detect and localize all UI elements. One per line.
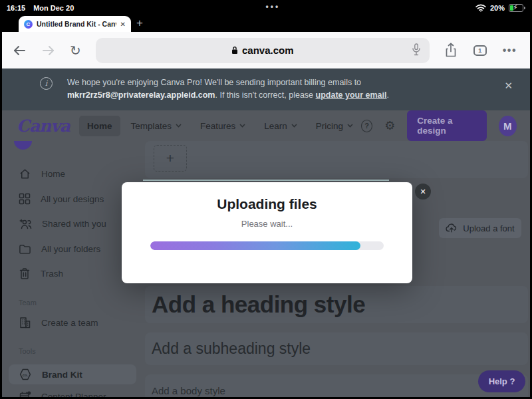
billing-banner: i We hope you're enjoying Canva Pro! We'… <box>2 68 530 110</box>
add-heading-style-row[interactable]: Add a heading style <box>145 286 528 323</box>
palette-card: + <box>145 141 528 178</box>
new-tab-button[interactable]: + <box>136 17 143 30</box>
multitask-dots-icon: ••• <box>266 2 281 11</box>
gear-icon[interactable]: ⚙ <box>384 120 395 132</box>
main-nav: Home Templates Features Learn Pricing <box>79 116 361 136</box>
battery-charging-icon: ⚡ <box>509 4 525 12</box>
cloud-upload-icon <box>446 223 458 233</box>
help-button[interactable]: Help ? <box>478 370 525 392</box>
status-bar: 16:15 Mon Dec 20 ••• 20% ⚡ <box>0 0 532 16</box>
upload-progress-bar <box>150 241 384 250</box>
nav-features[interactable]: Features <box>192 116 253 136</box>
help-icon[interactable]: ? <box>361 120 372 132</box>
add-subheading-style-row[interactable]: Add a subheading style <box>145 332 528 365</box>
home-icon <box>19 168 31 180</box>
focused-field-edge <box>143 180 389 181</box>
update-email-link[interactable]: update your email <box>316 90 387 100</box>
upload-font-button[interactable]: Upload a font <box>439 218 521 238</box>
chevron-down-icon <box>239 124 245 128</box>
sidebar-item-content-planner[interactable]: Content Planner <box>2 384 143 397</box>
url-text: canva.com <box>242 45 294 56</box>
address-bar[interactable]: canva.com <box>96 38 430 63</box>
more-menu-button[interactable]: ••• <box>503 45 517 57</box>
designs-grid-icon <box>19 193 31 205</box>
ipad-screen: 16:15 Mon Dec 20 ••• 20% ⚡ C Untitled Br… <box>0 0 532 399</box>
canva-logo[interactable]: Canva <box>17 116 70 136</box>
brand-kit-hex-icon: co. <box>19 368 32 381</box>
clock: 16:15 <box>7 4 25 12</box>
forward-button[interactable] <box>42 45 55 57</box>
trash-icon <box>19 267 31 280</box>
battery-percent: 20% <box>490 4 505 12</box>
tab-close-icon[interactable]: ✕ <box>120 21 126 28</box>
nav-learn[interactable]: Learn <box>256 116 305 136</box>
nav-pricing[interactable]: Pricing <box>308 116 361 136</box>
add-color-tile[interactable]: + <box>154 145 187 172</box>
back-button[interactable] <box>13 45 26 57</box>
reload-button[interactable]: ↻ <box>70 44 81 57</box>
banner-email: mkrr2rz5r8@privaterelay.appleid.com <box>67 90 215 100</box>
date: Mon Dec 20 <box>33 4 74 12</box>
add-body-style-row[interactable]: Add a body style <box>145 374 528 397</box>
team-building-icon <box>19 317 31 329</box>
canva-app-dimmed: Canva Home Templates Features Learn Pric… <box>2 110 530 397</box>
upload-progress-fill <box>150 241 360 250</box>
folder-icon <box>19 243 31 255</box>
tab-title: Untitled Brand Kit - Canva <box>37 20 116 28</box>
svg-text:co.: co. <box>23 373 29 377</box>
chevron-down-icon <box>291 124 297 128</box>
tabs-button[interactable]: 1 <box>473 45 487 56</box>
banner-close-icon[interactable]: ✕ <box>504 80 513 92</box>
nav-home[interactable]: Home <box>79 116 120 136</box>
microphone-icon[interactable] <box>412 43 421 57</box>
banner-text: We hope you're enjoying Canva Pro! We'll… <box>67 76 503 110</box>
info-icon: i <box>40 77 53 90</box>
sidebar-section-tools: Tools <box>2 343 143 359</box>
uploading-files-modal: Uploading files Please wait... <box>122 182 412 283</box>
modal-title: Uploading files <box>122 196 412 212</box>
modal-subtitle: Please wait... <box>122 219 412 229</box>
browser-tab[interactable]: C Untitled Brand Kit - Canva ✕ <box>19 16 131 32</box>
sidebar-section-team: Team <box>2 295 143 311</box>
canva-favicon-icon: C <box>24 20 33 29</box>
sidebar-item-brand-kit[interactable]: co. Brand Kit <box>9 364 136 384</box>
wifi-icon <box>475 4 486 12</box>
sidebar-item-home[interactable]: Home <box>2 162 143 187</box>
safari-tab-bar: C Untitled Brand Kit - Canva ✕ + <box>0 16 532 32</box>
modal-close-button[interactable]: ✕ <box>415 184 431 200</box>
safari-toolbar: ↻ canva.com 1 ••• <box>2 32 530 68</box>
lock-icon <box>231 46 238 55</box>
canva-header: Canva Home Templates Features Learn Pric… <box>2 110 530 141</box>
chevron-down-icon <box>347 124 353 128</box>
create-design-button[interactable]: Create a design <box>407 110 486 141</box>
sidebar-item-create-a-team[interactable]: Create a team <box>2 311 143 336</box>
share-icon[interactable] <box>444 43 458 59</box>
content-planner-calendar-icon <box>19 390 31 397</box>
shared-people-icon <box>19 218 32 230</box>
nav-templates[interactable]: Templates <box>123 116 190 136</box>
avatar[interactable]: M <box>499 116 517 136</box>
chevron-down-icon <box>176 124 182 128</box>
